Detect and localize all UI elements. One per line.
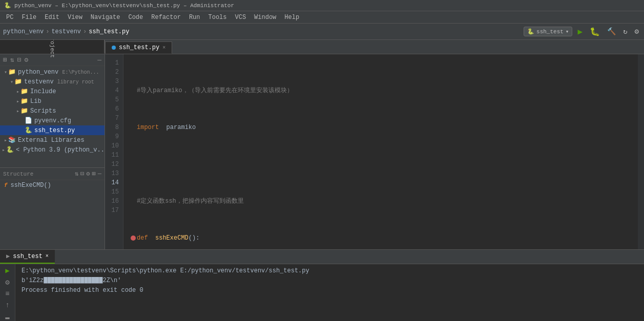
menu-help[interactable]: Help xyxy=(280,13,303,22)
editor-tab-label: ssh_test.py xyxy=(119,44,159,51)
expand-arrow-py39: ▸ xyxy=(2,147,5,153)
bottom-tab-run[interactable]: ▶ ssh_test × xyxy=(0,250,55,264)
tree-label-ssh-test: ssh_test.py xyxy=(34,127,75,134)
run-scroll-up-btn[interactable]: ↑ xyxy=(2,301,14,309)
ln-16: 16 xyxy=(107,197,119,206)
fn-sshexecmd: sshExeCMD xyxy=(152,234,189,242)
editor-tab-ssh-test[interactable]: ssh_test.py × xyxy=(105,41,172,54)
title-bar: 🐍 python_venv – E:\python_venv\testvenv\… xyxy=(0,0,644,11)
function-icon: f xyxy=(4,182,8,188)
structure-expand-icon[interactable]: ⊞ xyxy=(92,170,96,178)
menu-navigate[interactable]: Navigate xyxy=(87,13,124,22)
sidebar-close-icon[interactable]: — xyxy=(97,56,101,64)
line-numbers: 1 2 3 4 5 6 7 8 9 10 11 12 13 14 15 16 1… xyxy=(105,54,123,249)
tree-label-pyvenv: pyvenv.cfg xyxy=(34,117,71,124)
tree-item-python-venv[interactable]: ▾ 📁 python_venv E:\Python... xyxy=(0,67,105,77)
structure-title: Structure xyxy=(3,171,73,177)
app-icon: 🐍 xyxy=(4,2,11,9)
menu-refactor[interactable]: Refactor xyxy=(147,13,185,22)
tree-item-external[interactable]: ▸ 📚 External Libraries xyxy=(0,135,105,145)
debug-button[interactable]: 🐛 xyxy=(588,26,602,38)
structure-panel: Structure ⇅ ⊟ ⚙ ⊞ — f sshExeCMD() xyxy=(0,167,105,249)
right-gutter xyxy=(638,54,644,249)
sidebar-layout-icon[interactable]: ⊞ xyxy=(3,56,7,64)
run-rerun-btn[interactable]: ≡ xyxy=(2,290,14,298)
breadcrumb-mid[interactable]: testvenv xyxy=(51,28,81,35)
tree-item-testvenv[interactable]: ▾ 📁 testvenv library root xyxy=(0,77,105,87)
sidebar: Project ⊞ ⇅ ⊟ ⚙ — ▾ 📁 python_venv E:\Pyt… xyxy=(0,40,105,249)
tree-label-external: External Libraries xyxy=(18,137,85,144)
menu-pc[interactable]: PC xyxy=(2,13,17,22)
ln-4: 4 xyxy=(107,86,119,95)
structure-header: Structure ⇅ ⊟ ⚙ ⊞ — xyxy=(0,168,105,180)
ln-3: 3 xyxy=(107,77,119,86)
ln-6: 6 xyxy=(107,104,119,114)
code-editor[interactable]: 1 2 3 4 5 6 7 8 9 10 11 12 13 14 15 16 1… xyxy=(105,54,644,249)
ln-9: 9 xyxy=(107,132,119,141)
tree-item-pyvenv[interactable]: 📄 pyvenv.cfg xyxy=(0,116,105,125)
menu-tools[interactable]: Tools xyxy=(204,13,231,22)
paren-open: (): xyxy=(189,234,200,242)
run-dot-icon: 🐍 xyxy=(527,28,534,35)
sidebar-settings-icon[interactable]: ⚙ xyxy=(24,56,28,64)
sidebar-expand-icon[interactable]: ⊟ xyxy=(17,56,22,64)
settings-button[interactable]: ⚙ xyxy=(633,26,641,37)
breadcrumb-current[interactable]: ssh_test.py xyxy=(89,28,129,35)
structure-sort-icon[interactable]: ⇅ xyxy=(75,170,78,178)
breadcrumb-root[interactable]: python_venv xyxy=(3,28,44,35)
ln-1: 1 xyxy=(107,58,119,68)
structure-filter-icon[interactable]: ⊟ xyxy=(80,170,84,178)
editor-container: ssh_test.py × 1 2 3 4 5 6 7 8 9 10 11 12… xyxy=(105,40,644,249)
structure-settings-icon[interactable]: ⚙ xyxy=(86,170,90,178)
run-tab-close-icon[interactable]: × xyxy=(46,253,49,259)
code-content[interactable]: #导入paramiko，（导入前需要先在环境里安装该模块） import par… xyxy=(123,54,638,249)
structure-close-icon[interactable]: — xyxy=(98,170,101,178)
tree-item-scripts[interactable]: ▸ 📁 Scripts xyxy=(0,106,105,116)
run-exit-line: Process finished with exit code 0 xyxy=(22,286,638,295)
sync-button[interactable]: ↻ xyxy=(621,26,629,37)
menu-window[interactable]: Window xyxy=(250,13,280,22)
run-content: E:\python_venv\testvenv\Scripts\python.e… xyxy=(15,264,644,321)
run-output: ▶ ⚙ ≡ ↑ ▬ ▬ ≡ ≡ E:\python_venv\testvenv\… xyxy=(0,264,644,321)
tree-label-include: Include xyxy=(30,88,56,95)
run-start-btn[interactable]: ▶ xyxy=(2,266,14,275)
structure-item-sshexecmd[interactable]: f sshExeCMD() xyxy=(0,180,105,190)
py-dot-icon xyxy=(112,46,116,50)
py-file-icon: 🐍 xyxy=(25,126,32,134)
tree-item-lib[interactable]: ▸ 📁 Lib xyxy=(0,96,105,106)
tree-item-python39[interactable]: ▸ 🐍 < Python 3.9 (python_v... xyxy=(0,145,105,155)
run-sidebar: ▶ ⚙ ≡ ↑ ▬ ▬ ≡ ≡ xyxy=(0,264,15,321)
ln-8: 8 xyxy=(107,123,119,132)
tree-label-lib: Lib xyxy=(30,98,41,105)
run-button[interactable]: ▶ xyxy=(575,26,585,38)
sidebar-sort-icon[interactable]: ⇅ xyxy=(10,56,14,64)
file-tree: ▾ 📁 python_venv E:\Python... ▾ 📁 testven… xyxy=(0,66,105,167)
ln-12: 12 xyxy=(107,160,119,169)
toolbar: python_venv › testvenv › ssh_test.py 🐍 s… xyxy=(0,24,644,40)
ln-17: 17 xyxy=(107,206,119,215)
run-config-dropdown[interactable]: 🐍 ssh_test ▾ xyxy=(524,27,572,36)
menu-code[interactable]: Code xyxy=(124,13,147,22)
tree-label-python-venv: python_venv E:\Python... xyxy=(18,69,99,76)
editor-tabs: ssh_test.py × xyxy=(105,40,644,54)
build-button[interactable]: 🔨 xyxy=(605,26,618,37)
run-scroll-down-btn[interactable]: ▬ xyxy=(2,313,14,321)
var-paramiko: paramiko xyxy=(162,124,196,131)
tree-item-include[interactable]: ▸ 📁 Include xyxy=(0,87,105,96)
tab-close-icon[interactable]: × xyxy=(162,45,165,51)
run-stop-btn[interactable]: ⚙ xyxy=(2,278,14,287)
tree-item-ssh-test[interactable]: 🐍 ssh_test.py xyxy=(0,125,105,135)
menu-edit[interactable]: Edit xyxy=(40,13,64,22)
folder-icon-testvenv: 📁 xyxy=(14,78,22,85)
menu-run[interactable]: Run xyxy=(185,13,204,22)
menu-file[interactable]: File xyxy=(17,13,40,22)
run-config-label: ssh_test xyxy=(536,29,564,35)
sidebar-tab-project[interactable]: Project xyxy=(0,40,105,54)
expand-arrow-lib: ▸ xyxy=(16,98,19,104)
run-tab-label: ssh_test xyxy=(13,253,43,260)
menu-vcs[interactable]: VCS xyxy=(231,13,251,22)
ln-5: 5 xyxy=(107,95,119,104)
ln-10: 10 xyxy=(107,141,119,151)
bp-zone-5[interactable] xyxy=(130,236,137,241)
menu-view[interactable]: View xyxy=(64,13,87,22)
